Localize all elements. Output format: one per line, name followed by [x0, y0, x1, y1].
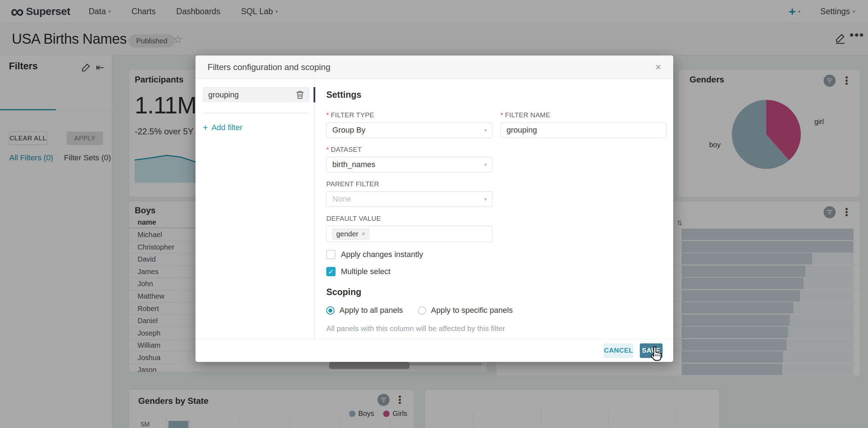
filter-type-label: *FILTER TYPE: [326, 111, 492, 119]
dataset-select[interactable]: birth_names ▾: [326, 157, 492, 172]
radio-apply-specific-panels[interactable]: [418, 306, 426, 315]
modal-title: Filters configuration and scoping: [208, 62, 331, 72]
chevron-down-icon: ▾: [484, 127, 487, 134]
filter-settings-column: Settings *FILTER TYPE Group By ▾ *DATASE…: [315, 79, 674, 339]
filter-type-select[interactable]: Group By ▾: [326, 122, 492, 138]
settings-heading: Settings: [326, 90, 666, 100]
checkbox-apply-instantly[interactable]: [326, 250, 336, 259]
mouse-cursor: [648, 346, 663, 363]
remove-chip-icon[interactable]: ×: [361, 230, 365, 238]
default-value-input[interactable]: gender ×: [326, 226, 492, 242]
apply-instantly-row[interactable]: Apply changes instantly: [326, 250, 666, 259]
chevron-down-icon: ▾: [484, 196, 487, 203]
filter-list-item-grouping[interactable]: grouping: [203, 87, 310, 102]
filter-name-label: *FILTER NAME: [500, 111, 666, 119]
default-value-label: DEFAULT VALUE: [326, 215, 492, 223]
close-icon[interactable]: ×: [655, 61, 661, 73]
scoping-heading: Scoping: [326, 287, 666, 297]
filters-config-modal: Filters configuration and scoping × grou…: [195, 55, 673, 362]
multiple-select-row[interactable]: ✓ Multiple select: [326, 267, 666, 276]
parent-filter-label: PARENT FILTER: [326, 180, 492, 188]
dataset-label: *DATASET: [326, 146, 492, 154]
plus-icon: +: [203, 122, 208, 133]
checkbox-multiple-select[interactable]: ✓: [326, 267, 336, 276]
superset-app: ∞ Superset Data ▾ Charts Dashboards SQL …: [0, 0, 868, 428]
parent-filter-select[interactable]: None ▾: [326, 191, 492, 207]
chevron-down-icon: ▾: [484, 161, 487, 168]
modal-header: Filters configuration and scoping ×: [195, 55, 673, 79]
scoping-help-text: All panels with this column will be affe…: [326, 324, 666, 333]
filter-name-input[interactable]: grouping: [500, 122, 666, 138]
filter-list-column: grouping + Add filter: [195, 79, 315, 339]
value-chip-gender[interactable]: gender ×: [332, 229, 369, 240]
trash-icon[interactable]: [295, 90, 305, 100]
radio-apply-all-panels[interactable]: [326, 306, 334, 315]
cancel-button[interactable]: CANCEL: [604, 343, 633, 358]
modal-footer: CANCEL SAVE: [195, 339, 673, 362]
add-filter-button[interactable]: + Add filter: [203, 122, 309, 133]
